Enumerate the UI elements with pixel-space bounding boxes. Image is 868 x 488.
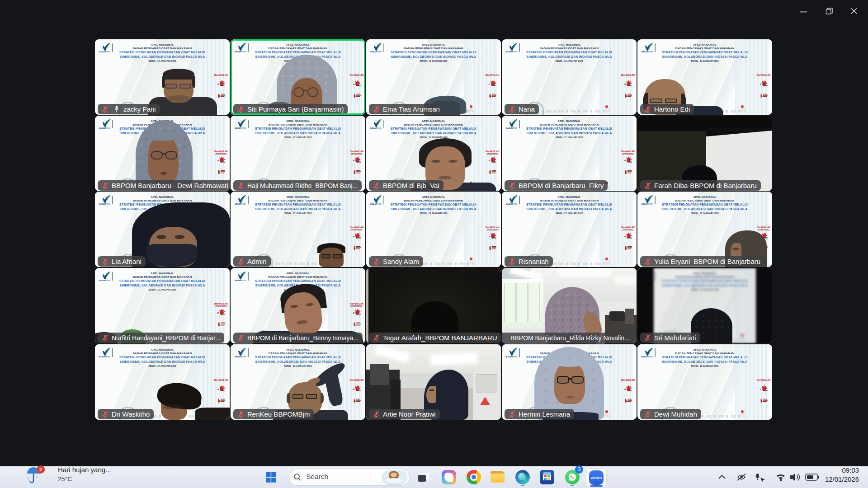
svg-text:KORUPSI: KORUPSI [220,314,225,315]
svg-text:N: N [489,235,490,238]
svg-text:KORUPSI: KORUPSI [491,161,496,163]
svg-text:N: N [489,83,490,85]
svg-text:BADAN: BADAN [370,203,377,205]
svg-text:KORUPSI: KORUPSI [491,237,496,239]
svg-text:KORUPSI: KORUPSI [356,314,360,315]
svg-text:N: N [353,235,354,238]
svg-text:BADAN: BADAN [506,51,513,53]
svg-text:BADAN: BADAN [99,127,106,129]
svg-text:KORUPSI: KORUPSI [220,85,225,87]
svg-text:N: N [624,388,626,390]
svg-text:N: N [217,160,219,162]
svg-text:BADAN: BADAN [235,203,241,205]
svg-text:BADAN: BADAN [99,279,106,282]
svg-text:N: N [760,388,761,390]
svg-text:BADAN: BADAN [506,127,513,129]
svg-text:BADAN: BADAN [235,356,241,358]
svg-text:BADAN: BADAN [370,127,377,129]
svg-text:BADAN: BADAN [235,127,241,129]
svg-text:N: N [353,312,354,314]
svg-text:BADAN: BADAN [506,203,513,205]
svg-text:KORUPSI: KORUPSI [356,390,360,392]
svg-text:N: N [217,312,219,314]
svg-text:N: N [353,388,354,390]
svg-text:N: N [217,388,219,390]
svg-text:BADAN: BADAN [642,51,648,53]
svg-text:N: N [624,83,626,85]
svg-text:KORUPSI: KORUPSI [627,85,632,87]
svg-text:KORUPSI: KORUPSI [220,161,225,163]
svg-text:N: N [624,235,626,238]
svg-text:BADAN: BADAN [99,203,106,205]
svg-text:BADAN: BADAN [235,279,241,282]
svg-text:KORUPSI: KORUPSI [627,237,632,239]
svg-text:N: N [624,160,626,162]
svg-text:BADAN: BADAN [99,356,106,358]
svg-text:BADAN: BADAN [370,51,377,53]
svg-text:KORUPSI: KORUPSI [627,390,632,392]
svg-text:BADAN: BADAN [506,356,513,358]
svg-text:N: N [489,160,490,162]
svg-text:KORUPSI: KORUPSI [763,85,767,87]
svg-text:N: N [217,83,219,85]
svg-text:KORUPSI: KORUPSI [627,161,632,163]
svg-text:KORUPSI: KORUPSI [763,390,767,392]
svg-text:KORUPSI: KORUPSI [356,161,360,163]
svg-text:BADAN: BADAN [642,356,648,358]
svg-text:KORUPSI: KORUPSI [220,390,225,392]
svg-text:N: N [760,83,761,85]
svg-text:BADAN: BADAN [99,51,106,53]
svg-text:KORUPSI: KORUPSI [491,85,496,87]
svg-text:BADAN: BADAN [642,203,648,205]
svg-text:KORUPSI: KORUPSI [356,237,360,239]
svg-text:2: 2 [39,467,42,472]
svg-text:N: N [353,160,354,162]
